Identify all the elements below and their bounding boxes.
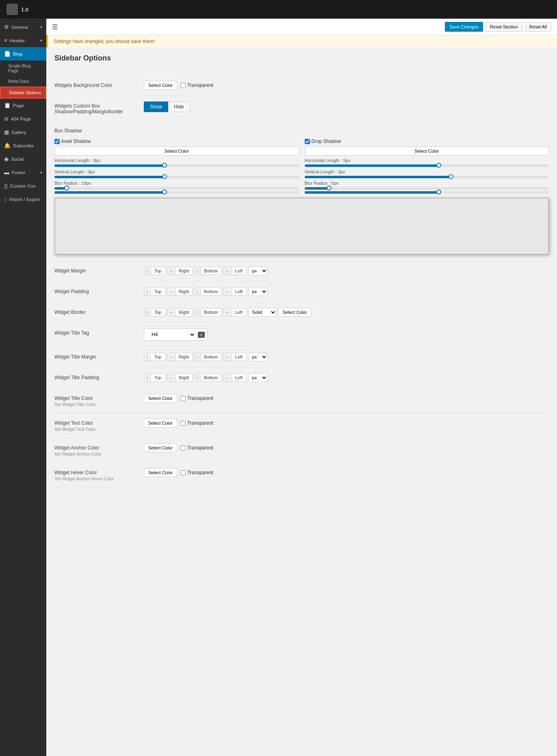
title-color-button[interactable]: Select Color [144, 394, 177, 403]
margin-left-arrow[interactable]: ↔ [223, 268, 232, 274]
padding-bottom-arrow[interactable]: ↕ [195, 288, 201, 295]
padding-left-arrow[interactable]: ↔ [223, 288, 232, 295]
title-margin-top-arrow[interactable]: ↕ [144, 354, 151, 361]
sidebar-item-footer[interactable]: ▬ Footer ▾ [0, 166, 46, 179]
title-tag-select[interactable]: H4 H1 H2 H3 H5 H6 [147, 330, 195, 339]
drop-vertical-slider[interactable] [305, 176, 549, 178]
padding-right-input[interactable]: ↔ Right [167, 287, 193, 296]
title-padding-left-input[interactable]: ↔ Left [223, 374, 247, 382]
title-color-transparent-label[interactable]: Transparent [180, 395, 213, 401]
margin-right-arrow[interactable]: ↔ [167, 268, 176, 274]
hide-button[interactable]: Hide [168, 102, 190, 112]
text-color-transparent-checkbox[interactable] [180, 421, 186, 426]
inset-shadow-checkbox[interactable] [54, 139, 60, 144]
padding-right-arrow[interactable]: ↔ [167, 288, 176, 295]
save-changes-button[interactable]: Save Changes [445, 22, 483, 32]
inset-blur-slider2[interactable] [54, 191, 299, 194]
padding-bottom-input[interactable]: ↕ Bottom [194, 287, 221, 296]
drop-blur-slider[interactable] [305, 187, 549, 190]
drop-shadow-checkbox-label[interactable]: Drop Shadow [305, 138, 549, 144]
margin-top-input[interactable]: ↕ Top [144, 267, 165, 275]
anchor-color-transparent-checkbox[interactable] [180, 445, 186, 451]
border-top-input[interactable]: ↕ Top [144, 308, 165, 316]
margin-right-input[interactable]: ↔ Right [167, 267, 193, 275]
title-margin-bottom-arrow[interactable]: ↕ [195, 354, 201, 361]
title-padding-left-arrow[interactable]: ↔ [223, 374, 232, 381]
padding-unit-select[interactable]: px em % [248, 287, 268, 296]
hover-color-transparent-checkbox[interactable] [180, 470, 186, 475]
padding-left-input[interactable]: ↔ Left [223, 287, 247, 296]
margin-top-arrow[interactable]: ↕ [144, 268, 151, 274]
sidebar-item-blog[interactable]: 📄 Blog [0, 47, 46, 60]
border-left-arrow[interactable]: ↔ [223, 309, 232, 316]
transparent-checkbox-bg[interactable] [180, 83, 186, 88]
border-style-select[interactable]: Solid Dashed Dotted [248, 308, 277, 317]
drop-horizontal-slider[interactable] [305, 164, 549, 167]
border-right-arrow[interactable]: ↔ [167, 309, 176, 316]
sidebar-item-subscribe[interactable]: 🔔 Subscribe [0, 139, 46, 152]
show-button[interactable]: Show [144, 102, 168, 112]
inset-select-color-button[interactable]: Select Color [54, 147, 299, 156]
title-tag-select-wrapper[interactable]: H4 H1 H2 H3 H5 H6 x [144, 328, 208, 341]
sidebar-item-header[interactable]: ≡ Header ▾ [0, 34, 46, 47]
title-margin-right-arrow[interactable]: ↔ [167, 354, 176, 361]
drop-blur-slider2[interactable] [305, 191, 549, 194]
text-color-transparent-label[interactable]: Transparent [180, 420, 213, 426]
border-top-arrow[interactable]: ↕ [144, 309, 151, 316]
inset-shadow-checkbox-label[interactable]: Inset Shadow [54, 138, 299, 144]
title-padding-right-arrow[interactable]: ↔ [167, 374, 176, 381]
drop-select-color-button[interactable]: Select Color [305, 147, 549, 156]
title-padding-top-input[interactable]: ↕ Top [144, 374, 165, 382]
title-margin-left-arrow[interactable]: ↔ [223, 354, 232, 361]
sidebar-sub-item-sidebar-options[interactable]: Sidebar Options [0, 86, 46, 99]
sidebar-sub-item-meta-data[interactable]: Meta Data [0, 76, 46, 86]
border-bottom-arrow[interactable]: ↕ [195, 309, 201, 316]
show-hide-group: Show Hide [144, 102, 190, 112]
sidebar-item-social[interactable]: ◉ Social [0, 152, 46, 166]
text-color-button[interactable]: Select Color [144, 419, 177, 428]
padding-top-arrow[interactable]: ↕ [144, 288, 151, 295]
sidebar-item-404[interactable]: ⊘ 404 Page [0, 112, 46, 125]
margin-unit-select[interactable]: px em % [248, 266, 268, 275]
sidebar-item-import-export[interactable]: ↕ Import / Export [0, 192, 46, 206]
sidebar-sub-item-single-blog[interactable]: Single Blog Page [0, 60, 46, 76]
transparent-checkbox-label-bg[interactable]: Transparent [180, 82, 213, 88]
inset-vertical-slider[interactable] [54, 176, 299, 178]
border-bottom-input[interactable]: ↕ Bottom [194, 308, 221, 316]
title-tag-clear[interactable]: x [198, 332, 205, 338]
title-padding-bottom-arrow[interactable]: ↕ [195, 374, 201, 381]
inset-horizontal-slider[interactable] [54, 164, 299, 167]
drop-shadow-checkbox[interactable] [305, 139, 310, 144]
sidebar-item-page[interactable]: 📋 Page [0, 99, 46, 112]
border-left-input[interactable]: ↔ Left [223, 308, 247, 316]
title-margin-top-input[interactable]: ↕ Top [144, 353, 165, 361]
title-padding-unit-select[interactable]: px em % [248, 373, 268, 382]
sidebar-item-general[interactable]: ⚙ General ▾ [0, 20, 46, 34]
margin-left-input[interactable]: ↔ Left [223, 267, 247, 275]
anchor-color-transparent-label[interactable]: Transparent [180, 445, 213, 451]
title-margin-unit-select[interactable]: px em % [248, 352, 268, 361]
title-margin-right-input[interactable]: ↔ Right [167, 353, 193, 361]
reset-all-button[interactable]: Reset All [525, 22, 551, 32]
margin-bottom-input[interactable]: ↕ Bottom [194, 267, 221, 275]
title-color-transparent-checkbox[interactable] [180, 396, 186, 401]
margin-bottom-arrow[interactable]: ↕ [195, 268, 201, 274]
sidebar-item-label: Import / Export [9, 197, 40, 202]
border-right-input[interactable]: ↔ Right [167, 308, 193, 316]
title-padding-top-arrow[interactable]: ↕ [144, 374, 151, 381]
sidebar-item-gallery[interactable]: ▦ Gallery [0, 125, 46, 139]
hover-color-button[interactable]: Select Color [144, 468, 177, 477]
title-padding-bottom-input[interactable]: ↕ Bottom [194, 374, 221, 382]
inset-blur-slider[interactable] [54, 187, 299, 190]
title-margin-left-input[interactable]: ↔ Left [223, 353, 247, 361]
title-padding-right-input[interactable]: ↔ Right [167, 374, 193, 382]
select-color-button-bg[interactable]: Select Color [144, 81, 177, 90]
title-margin-bottom-input[interactable]: ↕ Bottom [194, 353, 221, 361]
sidebar-item-custom-css[interactable]: {} Custom Css [0, 179, 46, 192]
widget-anchor-color-sublabel: Set Widget Anchor Color. [54, 451, 136, 456]
padding-top-input[interactable]: ↕ Top [144, 287, 165, 296]
reset-section-button[interactable]: Reset Section [485, 22, 522, 32]
border-color-button[interactable]: Select Color [278, 308, 312, 317]
hover-color-transparent-label[interactable]: Transparent [180, 470, 213, 475]
anchor-color-button[interactable]: Select Color [144, 443, 177, 452]
